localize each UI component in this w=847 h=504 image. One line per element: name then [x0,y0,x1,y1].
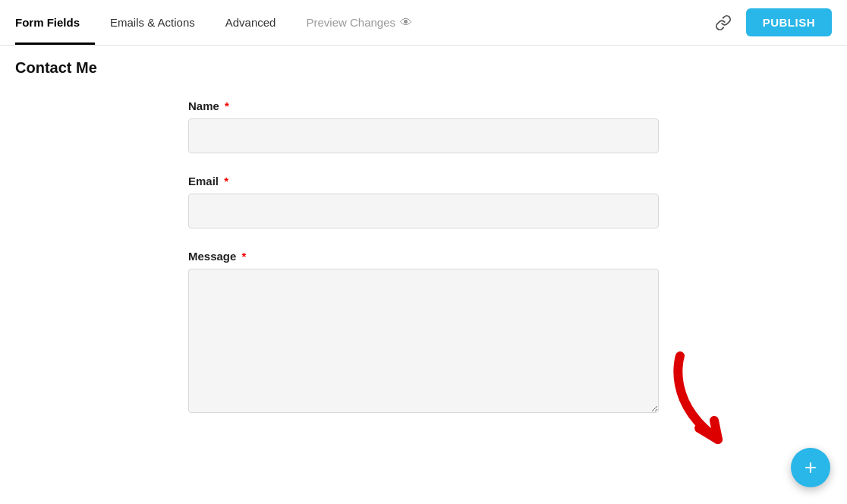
toolbar-right: PUBLISH [710,8,832,36]
field-group-message: Message * [188,250,659,416]
name-input[interactable] [188,118,659,153]
tab-emails-actions-label: Emails & Actions [110,16,195,29]
tab-form-fields[interactable]: Form Fields [15,0,95,45]
add-button-label: + [804,457,817,478]
page-title: Contact Me [15,59,832,77]
name-required-star: * [222,99,229,112]
toolbar: Form Fields Emails & Actions Advanced Pr… [0,0,847,46]
add-button[interactable]: + [791,448,830,487]
link-icon-button[interactable] [710,9,737,36]
publish-button[interactable]: PUBLISH [746,8,832,36]
tab-advanced[interactable]: Advanced [210,0,291,45]
tab-list: Form Fields Emails & Actions Advanced Pr… [15,0,427,45]
page-title-area: Contact Me [0,46,847,84]
name-label: Name * [188,99,659,112]
message-textarea[interactable] [188,269,659,413]
tab-preview-changes-label: Preview Changes [306,16,395,29]
message-label: Message * [188,250,659,263]
tab-form-fields-label: Form Fields [15,16,80,29]
email-required-star: * [221,175,228,187]
email-label-text: Email [188,175,219,187]
form-area: Name * Email * Message * [0,84,847,452]
field-group-email: Email * [188,175,659,228]
link-icon [715,14,732,31]
tab-emails-actions[interactable]: Emails & Actions [95,0,210,45]
tab-advanced-label: Advanced [225,16,276,29]
email-input[interactable] [188,194,659,228]
email-label: Email * [188,175,659,187]
message-required-star: * [238,250,246,263]
form-inner: Name * Email * Message * [188,99,659,437]
name-label-text: Name [188,99,219,112]
message-label-text: Message [188,250,236,263]
field-group-name: Name * [188,99,659,153]
tab-preview-changes[interactable]: Preview Changes 👁 [291,0,427,45]
eye-icon: 👁 [400,16,412,30]
